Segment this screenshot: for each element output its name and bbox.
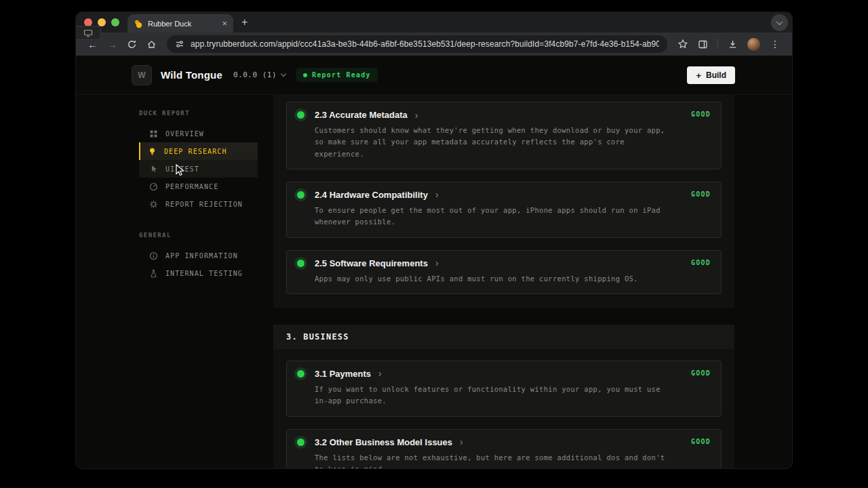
card-title: 2.5 Software Requirements: [315, 258, 428, 268]
zoom-window-button[interactable]: [111, 18, 119, 26]
profile-avatar[interactable]: [747, 38, 760, 51]
lightbulb-icon: [148, 147, 157, 156]
report-content: 2.3 Accurate Metadata › GOOD Customers s…: [273, 95, 734, 468]
sidebar-section-general: GENERAL: [139, 232, 264, 239]
report-status-badge: Report Ready: [296, 68, 378, 82]
sidebar-item-label: PERFORMANCE: [165, 183, 218, 190]
tab-strip: Rubber Duck × +: [76, 12, 792, 33]
status-badge: GOOD: [691, 190, 711, 198]
app-header: W Wild Tongue 0.0.0 (1) Report Ready + B…: [76, 56, 792, 95]
pointer-icon: [149, 165, 158, 174]
tab-search-button[interactable]: [771, 14, 788, 31]
section-heading: 3. BUSINESS: [273, 325, 734, 349]
sidebar-item-overview[interactable]: OVERVIEW: [139, 125, 258, 142]
tab-close-icon[interactable]: ×: [222, 19, 227, 28]
build-button[interactable]: + Build: [687, 66, 735, 84]
toolbar-divider: [717, 39, 718, 49]
url-bar[interactable]: app.tryrubberduck.com/appid/ccc41a3a-be3…: [167, 35, 667, 53]
status-dot-icon: [303, 73, 307, 77]
duck-favicon-icon: [134, 19, 143, 28]
card-title: 3.1 Payments: [315, 369, 371, 379]
status-badge: GOOD: [691, 438, 711, 445]
side-panel-icon[interactable]: [698, 39, 708, 49]
plus-icon: +: [696, 71, 701, 80]
chevron-right-icon: ›: [435, 258, 439, 268]
chevron-right-icon: ›: [415, 110, 418, 120]
chevron-right-icon: ›: [378, 369, 382, 378]
status-dot-icon: [297, 260, 304, 267]
screen-capture-indicator[interactable]: [76, 26, 101, 40]
browser-tab[interactable]: Rubber Duck ×: [127, 14, 233, 33]
card-accurate-metadata[interactable]: 2.3 Accurate Metadata › GOOD Customers s…: [286, 102, 722, 169]
sidebar-item-label: DEEP RESEARCH: [164, 148, 227, 155]
sidebar-item-internal-testing[interactable]: INTERNAL TESTING: [139, 264, 258, 282]
sidebar-section-duck-report: DUCK REPORT: [139, 110, 264, 117]
url-text[interactable]: app.tryrubberduck.com/appid/ccc41a3a-be3…: [191, 39, 659, 49]
app-page: W Wild Tongue 0.0.0 (1) Report Ready + B…: [76, 56, 792, 468]
status-badge: GOOD: [691, 259, 711, 266]
card-payments[interactable]: 3.1 Payments › GOOD If you want to unloc…: [286, 361, 722, 417]
menu-kebab-icon[interactable]: ⋮: [770, 39, 780, 49]
site-settings-icon[interactable]: [175, 39, 184, 49]
card-group-guidelines-2: 2.3 Accurate Metadata › GOOD Customers s…: [273, 95, 734, 308]
version-selector[interactable]: 0.0.0 (1): [233, 70, 285, 79]
card-title: 2.3 Accurate Metadata: [315, 110, 408, 120]
status-badge: GOOD: [691, 369, 711, 377]
sidebar-item-label: OVERVIEW: [165, 130, 204, 138]
status-text: Report Ready: [312, 71, 371, 79]
app-icon: W: [132, 65, 152, 85]
sidebar-item-label: APP INFORMATION: [165, 252, 238, 260]
sidebar: DUCK REPORT OVERVIEW: [76, 95, 264, 468]
status-dot-icon: [297, 191, 304, 199]
sidebar-item-label: REPORT REJECTION: [165, 201, 243, 208]
status-dot-icon: [297, 111, 304, 119]
chevron-down-icon: [281, 71, 286, 77]
card-title: 3.2 Other Business Model Issues: [315, 437, 452, 447]
app-body: DUCK REPORT OVERVIEW: [76, 95, 792, 468]
card-description: Customers should know what they're getti…: [315, 125, 711, 160]
card-description: Apps may only use public APIs and must r…: [315, 273, 711, 285]
sidebar-item-app-information[interactable]: APP INFORMATION: [139, 247, 258, 264]
status-dot-icon: [297, 439, 304, 446]
sidebar-item-deep-research[interactable]: DEEP RESEARCH: [139, 142, 258, 160]
card-group-business: 3.1 Payments › GOOD If you want to unloc…: [273, 349, 734, 468]
info-icon: [149, 251, 158, 260]
sidebar-item-report-rejection[interactable]: REPORT REJECTION: [139, 195, 258, 213]
sidebar-item-performance[interactable]: PERFORMANCE: [139, 178, 258, 195]
reload-icon[interactable]: [127, 39, 137, 49]
card-title: 2.4 Hardware Compatibility: [315, 190, 428, 200]
mouse-cursor: [174, 164, 186, 180]
back-icon[interactable]: ←: [87, 39, 98, 49]
chevron-right-icon: ›: [460, 437, 463, 447]
card-software-requirements[interactable]: 2.5 Software Requirements › GOOD Apps ma…: [286, 250, 722, 294]
card-description: If you want to unlock features or functi…: [315, 384, 711, 407]
grid-icon: [149, 129, 158, 138]
forward-icon[interactable]: →: [107, 39, 117, 49]
gauge-icon: [149, 182, 158, 191]
card-hardware-compatibility[interactable]: 2.4 Hardware Compatibility › GOOD To ens…: [286, 182, 722, 238]
card-other-business-model-issues[interactable]: 3.2 Other Business Model Issues › GOOD T…: [286, 429, 722, 469]
status-badge: GOOD: [691, 110, 711, 118]
tab-title: Rubber Duck: [148, 20, 217, 28]
sidebar-item-label: INTERNAL TESTING: [165, 270, 243, 277]
chevron-down-icon: [776, 18, 783, 25]
chevron-right-icon: ›: [435, 190, 439, 199]
app-name: Wild Tongue: [161, 69, 222, 81]
gear-icon: [149, 200, 158, 209]
build-button-label: Build: [706, 70, 726, 80]
browser-window: Rubber Duck × + ← →: [76, 12, 792, 468]
sidebar-item-ui-test[interactable]: UI TEST: [139, 160, 258, 178]
flask-icon: [149, 269, 158, 278]
section-business: 3. BUSINESS 3.1 Payments › GOOD If you w…: [273, 325, 734, 468]
bookmark-star-icon[interactable]: [677, 39, 688, 49]
status-dot-icon: [297, 370, 304, 378]
download-icon[interactable]: [728, 39, 738, 49]
minimize-window-button[interactable]: [98, 18, 106, 26]
home-icon[interactable]: [146, 39, 157, 49]
version-label: 0.0.0 (1): [233, 70, 277, 79]
display-icon: [83, 29, 93, 37]
card-description: The lists below are not exhaustive, but …: [315, 452, 711, 469]
new-tab-button[interactable]: +: [241, 17, 248, 28]
browser-toolbar: ← → app.tryrubberduck.com/appid/cc: [76, 33, 792, 56]
toolbar-right: ⋮: [673, 38, 785, 51]
